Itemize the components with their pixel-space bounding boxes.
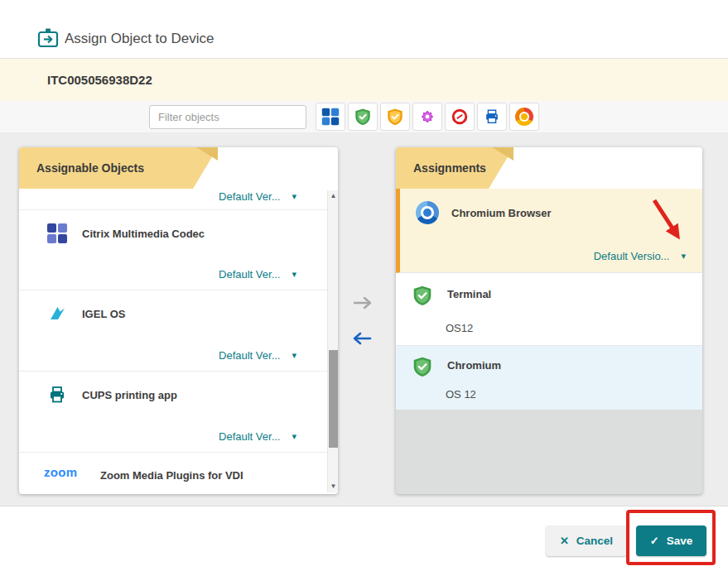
assign-right-arrow-button[interactable] — [353, 295, 374, 311]
filter-objects-input[interactable] — [149, 105, 306, 129]
shield-green-filter-icon[interactable] — [348, 103, 378, 131]
list-item-partial[interactable]: Default Ver... ▾ — [19, 189, 338, 210]
citrix-apps-filter-icon[interactable] — [316, 103, 345, 131]
item-title: Zoom Media Plugins for VDI — [100, 469, 243, 482]
save-button[interactable]: ✓ Save — [636, 525, 706, 556]
item-os-label: OS12 — [446, 322, 473, 334]
assignable-objects-title: Assignable Objects — [19, 147, 218, 189]
item-title: Terminal — [447, 288, 491, 300]
version-dropdown[interactable]: Default Ver... ▾ — [219, 430, 297, 443]
caret-down-icon: ▾ — [292, 431, 297, 442]
device-bar: ITC005056938D22 — [0, 59, 728, 101]
assignments-header: Assignments — [396, 147, 702, 189]
ring-red-filter-icon[interactable] — [445, 103, 475, 131]
footer-divider — [0, 506, 728, 506]
assign-object-dialog: Assign Object to Device ITC005056938D22 — [0, 0, 728, 571]
browser-multicolor-filter-icon[interactable] — [509, 103, 539, 131]
shield-green-icon — [412, 285, 433, 309]
scrollbar-thumb[interactable] — [329, 350, 338, 448]
assignments-title: Assignments — [396, 147, 513, 189]
chromium-browser-icon — [416, 201, 439, 228]
item-title: CUPS printing app — [82, 389, 177, 401]
dialog-title: Assign Object to Device — [65, 31, 214, 47]
unassign-left-arrow-button[interactable] — [350, 330, 372, 347]
list-scrollbar[interactable]: ▲ ▼ — [327, 190, 338, 492]
item-os-label: OS 12 — [446, 388, 476, 401]
assignable-item-zoom-media-plugins[interactable]: zoom Zoom Media Plugins for VDI — [19, 453, 338, 492]
scroll-up-icon[interactable]: ▲ — [328, 190, 338, 202]
gear-purple-filter-icon[interactable] — [412, 103, 442, 131]
caret-down-icon: ▾ — [292, 269, 297, 280]
caret-down-icon: ▾ — [681, 251, 686, 262]
assignable-objects-panel: Assignable Objects Default Ver... ▾ Citr… — [19, 147, 338, 494]
item-title: IGEL OS — [82, 308, 126, 320]
assignable-objects-header: Assignable Objects — [19, 147, 338, 189]
igel-os-icon — [47, 304, 67, 327]
item-title: Chromium Browser — [451, 207, 552, 219]
assign-device-icon — [36, 27, 60, 49]
assignable-item-cups-printing-app[interactable]: CUPS printing app Default Ver... ▾ — [19, 372, 338, 453]
cancel-button[interactable]: ✕ Cancel — [546, 525, 627, 556]
assignable-item-citrix-multimedia-codec[interactable]: Citrix Multimedia Codec Default Ver... ▾ — [19, 210, 338, 290]
printer-blue-filter-icon[interactable] — [477, 103, 507, 131]
version-dropdown[interactable]: Default Ver... ▾ — [219, 190, 297, 203]
shield-orange-filter-icon[interactable] — [380, 103, 410, 131]
assignable-objects-list: Default Ver... ▾ Citrix Multimedia Codec… — [19, 189, 338, 492]
scroll-down-icon[interactable]: ▼ — [328, 481, 338, 492]
zoom-logo-icon: zoom — [44, 465, 77, 479]
shield-green-icon — [412, 356, 433, 381]
assignment-item-terminal[interactable]: Terminal OS12 — [396, 273, 702, 346]
item-title: Citrix Multimedia Codec — [82, 228, 205, 240]
check-icon: ✓ — [650, 535, 659, 547]
version-dropdown[interactable]: Default Versio... ▾ — [594, 250, 686, 262]
assignment-item-chromium[interactable]: Chromium OS 12 — [396, 346, 702, 410]
assignable-item-igel-os[interactable]: IGEL OS Default Ver... ▾ — [19, 290, 338, 372]
version-dropdown[interactable]: Default Ver... ▾ — [219, 268, 297, 281]
annotation-arrow — [646, 195, 691, 250]
citrix-codec-icon — [47, 223, 67, 243]
filter-bar — [0, 101, 728, 133]
device-id: ITC005056938D22 — [47, 59, 152, 101]
caret-down-icon: ▾ — [292, 191, 297, 202]
assignments-panel: Assignments Chromium Browser Default Ver… — [396, 147, 702, 494]
version-dropdown[interactable]: Default Ver... ▾ — [219, 349, 297, 362]
cups-printer-icon — [47, 385, 67, 408]
item-title: Chromium — [447, 359, 501, 372]
assignment-item-chromium-browser[interactable]: Chromium Browser Default Versio... ▾ — [396, 189, 702, 273]
dialog-header: Assign Object to Device — [0, 0, 728, 58]
close-icon: ✕ — [560, 535, 569, 547]
caret-down-icon: ▾ — [292, 350, 297, 361]
object-type-filter-strip — [316, 103, 539, 131]
